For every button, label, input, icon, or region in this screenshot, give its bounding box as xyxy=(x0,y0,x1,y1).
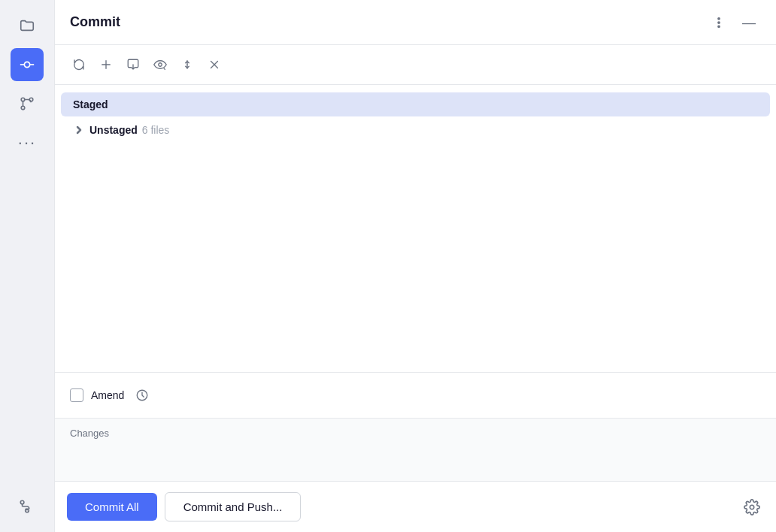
ellipsis-vertical-icon xyxy=(712,16,726,29)
chevron-right-icon xyxy=(74,125,83,135)
file-list: Staged Unstaged 6 files xyxy=(55,85,776,372)
folder-icon xyxy=(19,17,35,34)
minimize-icon: — xyxy=(742,16,756,29)
commit-and-push-button[interactable]: Commit and Push... xyxy=(165,492,302,521)
commit-all-button[interactable]: Commit All xyxy=(67,493,157,521)
branches-icon xyxy=(19,95,35,112)
amend-label: Amend xyxy=(91,389,124,401)
page-title: Commit xyxy=(70,14,120,30)
refresh-icon xyxy=(72,58,86,71)
main-panel: Commit — xyxy=(54,0,776,532)
refresh-button[interactable] xyxy=(67,53,91,77)
x-icon xyxy=(208,58,221,71)
sidebar-bottom xyxy=(11,490,44,523)
svg-point-18 xyxy=(750,505,754,509)
sidebar-item-commit[interactable] xyxy=(11,48,44,81)
staged-label: Staged xyxy=(73,98,108,110)
panel-header: Commit — xyxy=(55,0,776,45)
unstaged-label: Unstaged xyxy=(89,124,138,136)
download-icon xyxy=(126,58,140,71)
amend-checkbox[interactable] xyxy=(70,388,83,402)
svg-point-11 xyxy=(718,26,720,27)
add-button[interactable] xyxy=(94,53,118,77)
sidebar-item-branches[interactable] xyxy=(11,87,44,120)
download-button[interactable] xyxy=(121,53,145,77)
gear-icon xyxy=(744,499,760,515)
plus-icon xyxy=(99,58,113,71)
svg-point-7 xyxy=(20,500,24,504)
sort-button[interactable] xyxy=(175,53,199,77)
amend-section: Amend xyxy=(55,372,776,418)
changes-input-area[interactable] xyxy=(70,439,761,475)
clock-icon xyxy=(135,388,149,402)
commit-icon xyxy=(19,56,35,73)
svg-point-3 xyxy=(21,98,25,101)
sort-icon xyxy=(180,58,194,71)
unstaged-chevron xyxy=(73,124,85,136)
unstaged-group-header[interactable]: Unstaged 6 files xyxy=(61,118,770,142)
amend-history-button[interactable] xyxy=(132,385,153,406)
close-button[interactable] xyxy=(202,53,226,77)
header-actions: — xyxy=(707,11,761,35)
eye-icon xyxy=(153,58,167,71)
minimize-button[interactable]: — xyxy=(737,11,761,35)
settings-button[interactable] xyxy=(740,495,764,519)
staged-group-header[interactable]: Staged xyxy=(61,92,770,116)
sidebar-item-more[interactable]: ··· xyxy=(11,126,44,159)
svg-point-9 xyxy=(718,17,720,19)
changes-label: Changes xyxy=(70,428,761,439)
changes-section: Changes xyxy=(55,418,776,481)
sidebar: ··· xyxy=(0,0,54,532)
sidebar-item-folder[interactable] xyxy=(11,9,44,42)
svg-point-0 xyxy=(24,62,29,67)
svg-point-10 xyxy=(718,21,720,23)
more-dots-icon: ··· xyxy=(18,135,36,151)
fetch-icon xyxy=(19,498,35,515)
svg-point-14 xyxy=(159,63,162,67)
bottom-actions: Commit All Commit and Push... xyxy=(55,481,776,532)
toolbar xyxy=(55,45,776,85)
view-button[interactable] xyxy=(148,53,172,77)
more-options-button[interactable] xyxy=(707,11,731,35)
unstaged-count: 6 files xyxy=(142,124,170,136)
sidebar-item-fetch[interactable] xyxy=(11,490,44,523)
svg-point-5 xyxy=(21,106,25,110)
